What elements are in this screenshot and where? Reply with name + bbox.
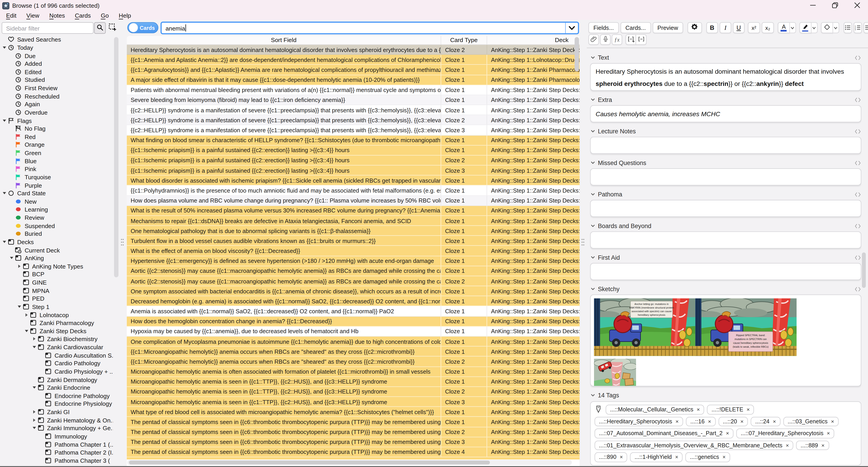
table-row[interactable]: Hypertensive {{c1::emergency}} is define…: [127, 256, 580, 266]
sidebar-item-studied[interactable]: Studied: [0, 76, 113, 84]
expand-arrow[interactable]: [8, 257, 15, 259]
table-horizontal-scrollbar[interactable]: [127, 460, 572, 465]
highlight-color-button[interactable]: [799, 22, 811, 33]
sidebar-item-anking-note-types[interactable]: AnKing Note Types: [0, 262, 113, 270]
search-input[interactable]: anemia: [160, 22, 579, 34]
cloze-same-number-button[interactable]: [636, 34, 647, 45]
table-row[interactable]: {{c1::Microangiopathic hemolytic}} anemi…: [127, 346, 580, 357]
sidebar-item-again[interactable]: Again: [0, 100, 113, 108]
table-row[interactable]: Severe bleeding from leiomyoma (fibroid)…: [127, 95, 580, 105]
sidebar-splitter-handle[interactable]: [120, 238, 125, 246]
field-pathoma-input[interactable]: [590, 200, 862, 217]
italic-button[interactable]: I: [719, 22, 731, 33]
sidebar-item-buried[interactable]: Buried: [0, 230, 113, 238]
html-editor-toggle[interactable]: [854, 191, 862, 197]
collapse-field-button[interactable]: [590, 160, 596, 165]
sidebar-item-step-1[interactable]: Step 1: [0, 303, 113, 311]
expand-arrow[interactable]: [1, 119, 7, 122]
sidebar-item-zanki-immunology-ge[interactable]: Zanki Immunology + Ge...: [0, 424, 113, 432]
sidebar-item-zanki-dermatology[interactable]: Zanki Dermatology: [0, 375, 113, 383]
collapse-field-button[interactable]: [590, 97, 596, 102]
expand-arrow[interactable]: [24, 313, 30, 316]
tag-remove-button[interactable]: ×: [831, 418, 834, 425]
collapse-field-button[interactable]: [590, 223, 596, 228]
collapse-field-button[interactable]: [590, 191, 596, 197]
sidebar-item-zanki-pharmacology[interactable]: Zanki Pharmacology: [0, 319, 113, 327]
tag-pill[interactable]: ...::24×: [751, 416, 780, 426]
menu-view[interactable]: View: [22, 11, 44, 20]
table-row[interactable]: What blood disorder is associated with i…: [127, 176, 580, 186]
table-row[interactable]: How does the hemoglobin concentration ch…: [127, 316, 580, 326]
table-row[interactable]: {{c1::Ischemic priapism}} is a painful s…: [127, 165, 580, 176]
tag-remove-button[interactable]: ×: [773, 418, 776, 425]
table-row[interactable]: {{c2::HELLP}} syndrome is a manifestatio…: [127, 105, 580, 115]
sidebar-item-first-review[interactable]: First Review: [0, 84, 113, 92]
table-row[interactable]: What type of red blood cell is associate…: [127, 407, 580, 417]
table-row[interactable]: Patients with abnormal menstrual bleedin…: [127, 85, 580, 95]
remove-formatting-dropdown[interactable]: [833, 22, 839, 33]
field-text-input[interactable]: Hereditary Spherocytosis is an autosomal…: [590, 63, 862, 91]
cards-button[interactable]: Cards...: [620, 22, 651, 33]
field-boards-and-beyond-input[interactable]: [590, 231, 862, 249]
table-row[interactable]: Microangiopathic hemolytic anemia is see…: [127, 397, 580, 407]
close-button[interactable]: [846, 0, 868, 11]
attach-file-button[interactable]: [588, 34, 599, 45]
tag-pill[interactable]: ...::genetics×: [686, 452, 730, 462]
field-lecture-notes-input[interactable]: [590, 137, 862, 154]
settings-button[interactable]: [687, 22, 702, 33]
underline-button[interactable]: U: [733, 22, 744, 33]
sidebar-item-edited[interactable]: Edited: [0, 68, 113, 76]
menu-notes[interactable]: Notes: [44, 11, 70, 20]
html-editor-toggle[interactable]: [854, 223, 862, 229]
sidebar-item-bcp[interactable]: BCP: [0, 270, 113, 278]
sidebar-item-card-state[interactable]: Card State: [0, 189, 113, 197]
search-history-dropdown[interactable]: [565, 23, 578, 33]
sidebar-item-today[interactable]: Today: [0, 43, 113, 52]
sketchy-image-1[interactable]: Anchor letting go: mutations inANKYRIN (…: [594, 299, 695, 357]
sidebar-scrollbar[interactable]: [114, 37, 119, 277]
expand-arrow[interactable]: [31, 338, 37, 341]
scrollbar-thumb[interactable]: [129, 461, 490, 465]
sidebar-item-zanki-biochemistry[interactable]: Zanki Biochemistry: [0, 335, 113, 343]
sidebar-search-button[interactable]: [94, 22, 105, 34]
html-editor-toggle[interactable]: [854, 254, 862, 260]
collapse-field-button[interactable]: [590, 55, 596, 60]
tag-remove-button[interactable]: ×: [620, 454, 623, 460]
expand-arrow[interactable]: [1, 192, 7, 194]
sidebar-item-gine[interactable]: GINE: [0, 278, 113, 286]
expand-arrow[interactable]: [16, 264, 22, 268]
sidebar-item-red[interactable]: Red: [0, 133, 113, 141]
highlight-color-dropdown[interactable]: [811, 22, 817, 33]
sidebar-item-rescheduled[interactable]: Rescheduled: [0, 92, 113, 100]
sidebar-item-overdue[interactable]: Overdue: [0, 108, 113, 116]
sidebar-item-decks[interactable]: Decks: [0, 238, 113, 246]
sidebar-item-zanki-gi[interactable]: Zanki GI: [0, 408, 113, 416]
table-row[interactable]: {{c2::HELLP}} syndrome is a manifestatio…: [127, 125, 580, 135]
tag-remove-button[interactable]: ×: [708, 418, 711, 425]
table-row[interactable]: What is the effect of anemia on blood vi…: [127, 246, 580, 256]
table-row[interactable]: Mechanisms to repair {{c1::dsDNA}} break…: [127, 216, 580, 226]
collapse-field-button[interactable]: [590, 255, 596, 260]
table-row[interactable]: {{c1::Microangiopathic hemolytic}} anemi…: [127, 357, 580, 367]
expand-arrow[interactable]: [31, 418, 37, 422]
table-row[interactable]: {{c1::Ischemic priapism}} is a painful s…: [127, 156, 580, 166]
tag-remove-button[interactable]: ×: [675, 454, 678, 460]
text-color-dropdown[interactable]: [790, 22, 796, 33]
tag-pill[interactable]: ...::889×: [796, 440, 829, 450]
table-row[interactable]: {{c1::Polyhydramnios}} is the presence o…: [127, 186, 580, 196]
cloze-deletion-button[interactable]: [625, 34, 636, 45]
tag-pill[interactable]: ...::Molecular,_Cellular,_Genetics×: [606, 405, 704, 414]
sidebar-item-endocrine-physiology[interactable]: Endocrine Physiology: [0, 400, 113, 408]
tag-remove-button[interactable]: ×: [726, 430, 729, 436]
sidebar-item-turquoise[interactable]: Turquoise: [0, 173, 113, 181]
expand-arrow[interactable]: [31, 427, 37, 429]
table-row[interactable]: Microangiopathic hemolytic anemia is see…: [127, 377, 580, 387]
column-header-card-type[interactable]: Card Type: [441, 36, 487, 44]
expand-arrow[interactable]: [16, 306, 22, 308]
table-row[interactable]: Microangiopathic hemolytic anemia is oft…: [127, 367, 580, 377]
sidebar-item-zanki-step-decks[interactable]: Zanki Step Decks: [0, 327, 113, 335]
tag-remove-button[interactable]: ×: [827, 430, 830, 436]
fields-button[interactable]: Fields...: [588, 22, 619, 33]
sidebar-item-endocrine-pathology[interactable]: Endocrine Pathology: [0, 392, 113, 400]
sidebar-item-learning[interactable]: Learning: [0, 206, 113, 214]
